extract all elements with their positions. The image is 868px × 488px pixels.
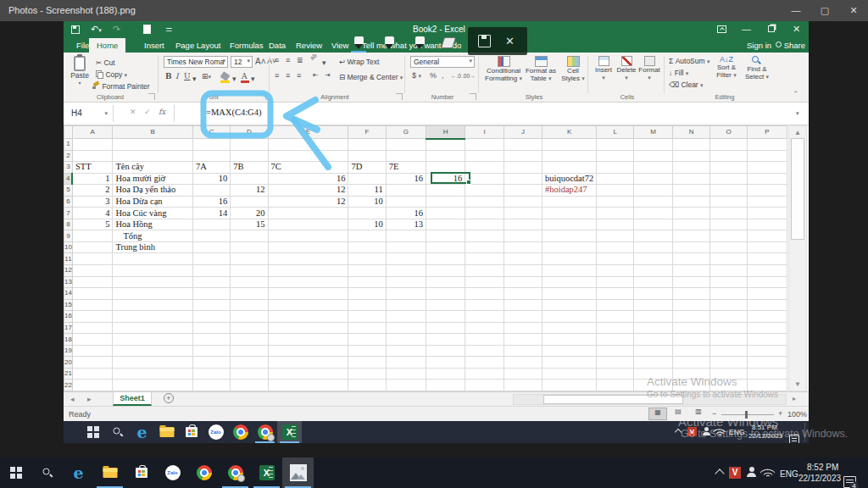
os-unikey-icon[interactable]: V [729,467,741,479]
cell-L3[interactable] [597,162,634,174]
cell-B17[interactable] [113,322,193,334]
taskbar-button-search[interactable] [31,458,63,488]
cell-J14[interactable] [504,288,542,300]
cell-K5[interactable]: #hoidap247 [542,185,596,197]
cell-B15[interactable] [113,299,193,311]
col-header-M[interactable]: M [634,126,673,139]
cell-H12[interactable] [426,265,465,277]
cell-J11[interactable] [504,253,542,265]
cell-E6[interactable]: 12 [268,196,348,208]
cell-O13[interactable] [710,276,748,288]
cell-J20[interactable] [504,357,542,369]
cell-O4[interactable] [710,173,748,185]
cell-B4[interactable]: Hoa mười giờ [113,173,193,185]
fill-button[interactable]: ↓ Fill ▾ [669,69,688,77]
cell-H1[interactable] [426,139,465,151]
cell-D15[interactable] [231,299,268,311]
cell-C13[interactable] [192,276,230,288]
cell-J12[interactable] [504,265,542,277]
cell-I8[interactable] [465,219,504,230]
cell-D5[interactable]: 12 [231,185,268,197]
cell-N9[interactable] [673,230,710,242]
cell-L5[interactable] [597,185,634,197]
cell-M12[interactable] [634,265,673,277]
font-size-select[interactable]: 12 ▾ [231,56,253,68]
taskbar-button-excel[interactable]: X [277,421,302,443]
cell-A3[interactable]: STT [72,162,112,174]
cell-P10[interactable] [747,241,787,253]
row-header-6[interactable]: 6 [64,196,73,208]
save-icon[interactable] [71,25,80,34]
cell-M14[interactable] [634,288,673,300]
underline-dropdown[interactable]: ▾ [192,75,197,83]
cell-A7[interactable]: 4 [72,208,112,219]
row-header-4[interactable]: 4 [64,173,73,185]
cell-G12[interactable] [386,265,426,277]
cell-K16[interactable] [542,311,596,323]
pen-icon-1[interactable] [353,36,364,49]
cell-B22[interactable] [113,380,193,391]
cell-C2[interactable] [192,150,230,162]
cell-C11[interactable] [192,253,230,265]
sort-filter-button[interactable]: A↓Z Sort &Filter ▾ [713,56,740,79]
cell-H17[interactable] [426,322,465,334]
enter-formula-icon[interactable]: ✓ [144,108,151,116]
cell-P2[interactable] [747,150,787,162]
scroll-down-icon[interactable]: ▼ [789,380,806,388]
cell-L17[interactable] [597,322,634,334]
cell-B21[interactable] [113,368,193,380]
cell-N18[interactable] [673,334,710,346]
cell-E11[interactable] [268,253,348,265]
cell-N6[interactable] [673,196,710,208]
cell-P19[interactable] [747,345,787,357]
sign-in-link[interactable]: Sign in [747,38,771,53]
col-header-O[interactable]: O [710,126,748,139]
cell-N17[interactable] [673,322,710,334]
cell-N2[interactable] [673,150,710,162]
cell-N4[interactable] [673,173,710,185]
grow-font-icon[interactable]: A˄ [255,57,266,66]
cell-H16[interactable] [426,311,465,323]
taskbar-button-edge[interactable]: e [130,421,154,443]
cell-E12[interactable] [268,265,348,277]
cell-O3[interactable] [710,162,748,174]
cell-E2[interactable] [268,150,348,162]
vertical-scrollbar[interactable]: ▲ ▼ [788,125,807,391]
cell-D12[interactable] [231,265,268,277]
font-color-dropdown[interactable]: ▾ [251,75,255,83]
find-select-button[interactable]: Find &Select ▾ [743,56,771,80]
cell-O15[interactable] [710,299,748,311]
cell-E19[interactable] [268,345,348,357]
cell-K20[interactable] [542,357,596,369]
row-header-7[interactable]: 7 [64,208,73,219]
excel-restore-icon[interactable] [768,25,775,32]
cell-G18[interactable] [386,334,426,346]
formula-bar-expand-icon[interactable]: ▾ [796,110,799,117]
cell-N11[interactable] [673,253,710,265]
cell-J18[interactable] [504,334,542,346]
cell-B3[interactable]: Tên cây [113,162,193,174]
cell-L18[interactable] [597,334,634,346]
cell-C6[interactable]: 16 [192,196,230,208]
col-header-L[interactable]: L [597,126,634,139]
cell-D8[interactable]: 15 [231,219,268,230]
cell-J8[interactable] [504,219,542,230]
cell-B11[interactable] [113,253,193,265]
cell-N20[interactable] [673,357,710,369]
cell-F16[interactable] [348,311,386,323]
cell-M17[interactable] [634,322,673,334]
increase-decimal-icon[interactable]: ←.0 [451,73,461,79]
cell-G6[interactable] [386,196,426,208]
cell-C17[interactable] [192,322,230,334]
annotation-save-icon[interactable] [478,35,491,47]
cell-F18[interactable] [348,334,386,346]
cell-D4[interactable] [231,173,268,185]
cell-M5[interactable] [634,185,673,197]
taskbar-button-zalo[interactable]: Zalo [203,421,228,443]
cell-M15[interactable] [634,299,673,311]
cell-G21[interactable] [386,368,426,380]
row-header-21[interactable]: 21 [64,368,73,380]
col-header-I[interactable]: I [465,126,504,139]
cell-L21[interactable] [597,368,634,380]
cell-H11[interactable] [426,253,465,265]
